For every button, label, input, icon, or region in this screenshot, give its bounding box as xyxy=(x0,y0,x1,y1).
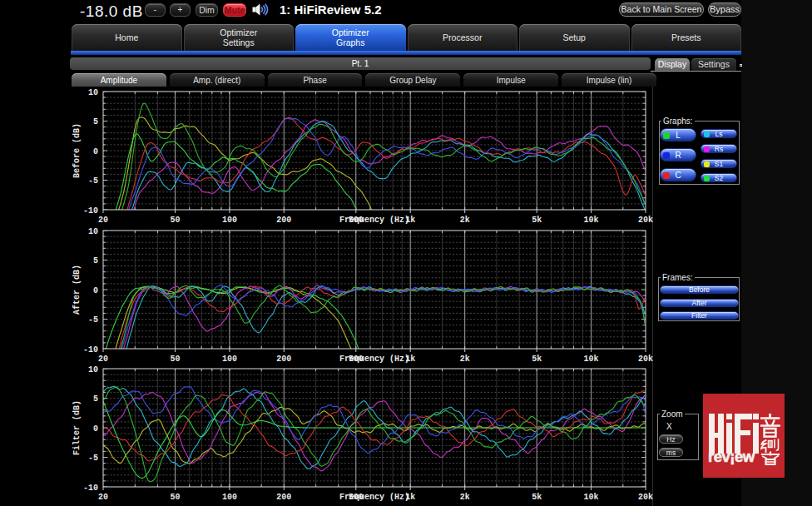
svg-text:50: 50 xyxy=(170,493,180,502)
svg-text:0: 0 xyxy=(93,286,98,295)
svg-text:Filter (dB): Filter (dB) xyxy=(72,400,82,455)
svg-text:200: 200 xyxy=(276,216,291,225)
svg-text:50: 50 xyxy=(170,355,180,364)
svg-text:5: 5 xyxy=(93,394,98,404)
svg-text:10: 10 xyxy=(88,365,98,375)
svg-text:Before (dB): Before (dB) xyxy=(72,123,82,178)
svg-text:5: 5 xyxy=(93,117,98,126)
svg-text:10: 10 xyxy=(88,88,98,97)
svg-text:20k: 20k xyxy=(638,355,653,364)
svg-text:-10: -10 xyxy=(83,484,98,493)
svg-text:-10: -10 xyxy=(83,345,98,355)
svg-text:-5: -5 xyxy=(88,454,98,463)
svg-text:-10: -10 xyxy=(83,206,98,216)
svg-text:100: 100 xyxy=(222,216,237,225)
svg-text:10: 10 xyxy=(88,227,98,236)
svg-text:After (dB): After (dB) xyxy=(72,265,82,315)
svg-text:Frequency (Hz): Frequency (Hz) xyxy=(339,216,409,225)
svg-text:20: 20 xyxy=(98,493,108,502)
svg-text:2k: 2k xyxy=(460,355,470,364)
svg-text:20: 20 xyxy=(98,355,108,364)
svg-text:2k: 2k xyxy=(460,493,470,502)
svg-text:5k: 5k xyxy=(532,355,542,364)
svg-text:100: 100 xyxy=(222,355,237,364)
svg-text:Frequency (Hz): Frequency (Hz) xyxy=(339,355,409,364)
svg-text:20k: 20k xyxy=(638,216,653,225)
svg-text:Frequency (Hz): Frequency (Hz) xyxy=(339,493,409,502)
svg-text:5k: 5k xyxy=(532,493,542,502)
svg-text:-5: -5 xyxy=(88,176,98,186)
svg-text:5: 5 xyxy=(93,256,98,265)
svg-text:200: 200 xyxy=(276,493,291,502)
svg-text:20: 20 xyxy=(98,216,108,225)
svg-text:10k: 10k xyxy=(584,216,599,225)
svg-text:-5: -5 xyxy=(88,315,98,325)
svg-text:2k: 2k xyxy=(460,216,470,225)
svg-text:100: 100 xyxy=(222,493,237,502)
svg-text:50: 50 xyxy=(170,216,180,225)
svg-text:5k: 5k xyxy=(532,216,542,225)
svg-text:10k: 10k xyxy=(584,355,599,364)
svg-text:0: 0 xyxy=(93,424,98,434)
svg-text:10k: 10k xyxy=(584,493,599,502)
svg-text:0: 0 xyxy=(93,147,98,156)
svg-text:20k: 20k xyxy=(638,493,653,502)
svg-text:200: 200 xyxy=(276,355,291,364)
